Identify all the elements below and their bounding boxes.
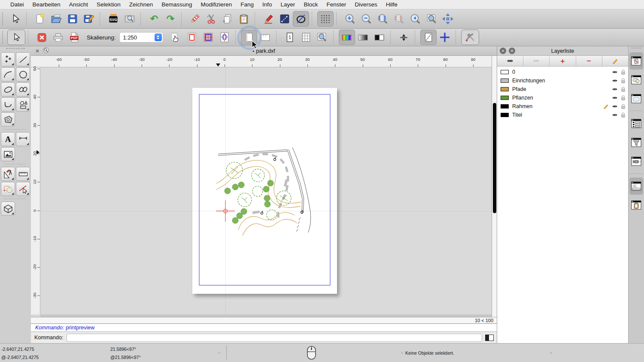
image-tool-button[interactable]	[1, 147, 15, 161]
toolbar-drag-handle[interactable]	[2, 31, 4, 44]
text-tool-button[interactable]: A	[1, 132, 15, 146]
arc-tools-button[interactable]	[1, 67, 15, 81]
zoom-to-page-button[interactable]	[314, 30, 331, 45]
command-input[interactable]	[67, 334, 482, 342]
layer-list-panel-button[interactable]	[629, 52, 643, 69]
property-editor-panel-button[interactable]	[629, 90, 643, 107]
circle-tools-button[interactable]	[16, 67, 30, 81]
command-panel-toggle-icon[interactable]	[485, 335, 494, 341]
hide-all-layers-button[interactable]	[523, 56, 550, 66]
menu-info[interactable]: Info	[258, 0, 276, 9]
layer-visible-icon[interactable]	[612, 78, 618, 83]
zoom-out-button[interactable]	[358, 11, 374, 27]
drawing-canvas[interactable]	[40, 67, 492, 314]
bitmap-export-button[interactable]	[122, 11, 138, 27]
menu-selektion[interactable]: Selektion	[92, 0, 125, 9]
layer-row-0[interactable]: 0	[497, 68, 628, 76]
block-list-panel-button[interactable]	[629, 71, 643, 88]
snap-tools-button[interactable]	[16, 182, 30, 196]
hatch-tool-button[interactable]	[1, 112, 15, 127]
multiple-pages-button[interactable]	[298, 30, 314, 45]
vertical-scrollbar[interactable]	[492, 56, 497, 318]
pan-page-button[interactable]	[167, 30, 184, 45]
save-button[interactable]	[64, 11, 81, 27]
print-button[interactable]	[50, 30, 66, 45]
redo-button[interactable]: ↷	[162, 11, 179, 27]
paper-borders-button[interactable]	[184, 30, 200, 45]
layer-lock-icon[interactable]	[621, 95, 626, 101]
full-color-button[interactable]	[339, 30, 355, 45]
tab-close-icon[interactable]: ✕	[35, 48, 39, 54]
show-all-layers-button[interactable]	[497, 56, 523, 66]
toolbar-drag-handle[interactable]	[2, 12, 4, 25]
single-page-button[interactable]: 1	[282, 30, 298, 45]
dimension-tools-button[interactable]	[16, 132, 30, 146]
measure-tools-button[interactable]	[16, 167, 30, 181]
layer-row-titel[interactable]: Titel	[497, 111, 628, 119]
selection-pointer-button[interactable]	[7, 11, 24, 27]
ellipse-tools-button[interactable]	[1, 82, 15, 97]
menu-layer[interactable]: Layer	[276, 0, 300, 9]
svg-export-button[interactable]: SVG	[105, 11, 122, 27]
copy-button[interactable]	[219, 11, 236, 27]
menu-zeichnen[interactable]: Zeichnen	[125, 0, 158, 9]
layer-visible-icon[interactable]	[612, 70, 618, 74]
block-tools-button[interactable]	[1, 182, 15, 196]
layer-visible-icon[interactable]	[612, 113, 618, 117]
list-view-panel-button[interactable]	[629, 115, 643, 132]
solid-tools-button[interactable]	[1, 202, 15, 216]
pan-button[interactable]	[440, 11, 456, 27]
layer-lock-icon[interactable]	[621, 104, 626, 109]
crosshair-button[interactable]	[437, 30, 453, 45]
modify-ellipse-button[interactable]	[293, 11, 309, 27]
layer-visible-icon[interactable]	[612, 96, 618, 100]
erase-button[interactable]	[187, 11, 203, 27]
layer-lock-icon[interactable]	[621, 78, 626, 84]
settings-button[interactable]	[461, 30, 479, 45]
line-tools-button[interactable]	[16, 52, 30, 66]
menu-hilfe[interactable]: Hilfe	[382, 0, 402, 9]
menu-fenster[interactable]: Fenster	[322, 0, 350, 9]
strip-drag-handle[interactable]	[632, 48, 641, 50]
selection-filter-panel-button[interactable]	[629, 134, 643, 151]
menu-diverses[interactable]: Diverses	[350, 0, 382, 9]
undock-panel-icon[interactable]	[509, 48, 515, 54]
edit-layer-button[interactable]	[602, 56, 628, 66]
menu-ansicht[interactable]: Ansicht	[65, 0, 92, 9]
auto-zoom-button[interactable]	[374, 11, 391, 27]
new-file-button[interactable]	[32, 11, 48, 27]
menu-block[interactable]: Block	[299, 0, 322, 9]
black-white-button[interactable]	[371, 30, 388, 45]
layer-row-pflanzen[interactable]: Pflanzen	[497, 94, 628, 102]
remove-layer-button[interactable]: −	[576, 56, 602, 66]
pdf-export-button[interactable]: PDF	[66, 30, 82, 45]
layer-row-rahmen[interactable]: Rahmen	[497, 102, 628, 111]
scale-select[interactable]: 1:250	[119, 32, 163, 42]
layer-row-pfade[interactable]: Pfade	[497, 85, 628, 94]
layer-visible-icon[interactable]	[612, 87, 618, 91]
fit-drawing-to-page-button[interactable]	[216, 30, 233, 45]
selection-pointer-button-active[interactable]	[7, 30, 25, 45]
page-tiling-button[interactable]	[200, 30, 216, 45]
zoom-selection-button[interactable]	[391, 11, 407, 27]
save-as-button[interactable]	[81, 11, 97, 27]
vertical-scrollbar-thumb[interactable]	[493, 103, 496, 213]
cad-pro-tools-button[interactable]	[1, 167, 15, 181]
freehand-pencil-button[interactable]	[260, 11, 276, 27]
previous-view-button[interactable]	[407, 11, 423, 27]
cut-button[interactable]	[203, 11, 219, 27]
clipboard-panel-button[interactable]	[629, 196, 643, 214]
close-panel-icon[interactable]: ✕	[500, 48, 506, 54]
layer-lock-icon[interactable]	[621, 112, 626, 118]
menu-datei[interactable]: Datei	[6, 0, 28, 9]
compress-vertical-button[interactable]	[396, 30, 412, 45]
undo-button[interactable]: ↶	[146, 11, 162, 27]
zoom-in-button[interactable]	[342, 11, 358, 27]
diagonal-page-button[interactable]	[420, 30, 437, 45]
menu-modifizieren[interactable]: Modifizieren	[197, 0, 237, 9]
layer-row-einrichtungen[interactable]: Einrichtungen	[497, 76, 628, 85]
open-file-button[interactable]	[48, 11, 64, 27]
layer-lock-icon[interactable]	[621, 87, 626, 92]
layer-visible-icon[interactable]	[612, 104, 618, 109]
laser-view-panel-button[interactable]	[629, 153, 643, 170]
